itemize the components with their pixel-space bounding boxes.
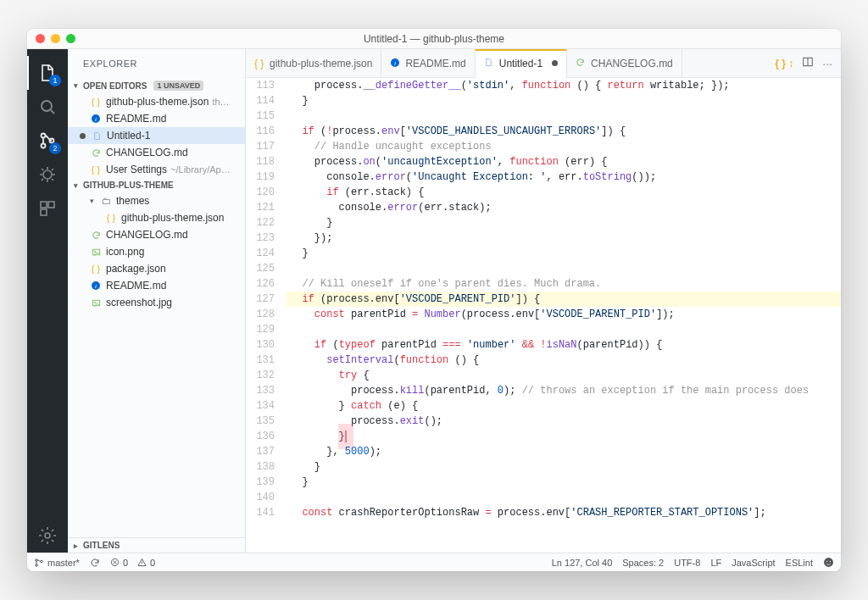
svg-point-16 [94, 302, 96, 303]
status-problems[interactable]: 0 0 [110, 558, 155, 568]
json-icon: { } [90, 263, 102, 275]
activity-scm-icon[interactable]: 2 [27, 124, 68, 158]
minimize-window-icon[interactable] [51, 34, 60, 43]
md-icon [90, 147, 102, 158]
activity-explorer-icon[interactable]: 1 [27, 56, 68, 90]
traffic-lights [36, 34, 75, 43]
open-editors-header[interactable]: ▾ OPEN EDITORS 1 UNSAVED [68, 78, 245, 93]
file-item[interactable]: CHANGELOG.md [68, 226, 245, 243]
sidebar: EXPLORER ▾ OPEN EDITORS 1 UNSAVED { }git… [68, 49, 246, 553]
activity-extensions-icon[interactable] [27, 192, 68, 225]
folder-icon: 🗀 [100, 195, 112, 207]
activity-debug-icon[interactable] [27, 158, 68, 192]
svg-point-1 [42, 134, 46, 138]
status-encoding[interactable]: UTF-8 [674, 558, 700, 568]
info-icon: i [90, 113, 102, 125]
code-content[interactable]: process.__defineGetter__('stdin', functi… [287, 78, 841, 553]
file-icon [484, 58, 495, 69]
file-item[interactable]: { }package.json [68, 260, 245, 277]
open-editor-item[interactable]: { }github-plus-theme.jsonth… [68, 93, 245, 110]
editor-tab[interactable]: { }github-plus-theme.json [246, 49, 381, 78]
project-header[interactable]: ▾ GITHUB-PLUS-THEME [68, 178, 245, 192]
folder-themes[interactable]: ▾ 🗀 themes [68, 192, 245, 209]
image-icon [90, 297, 102, 308]
file-item[interactable]: icon.png [68, 243, 245, 260]
gitlens-header[interactable]: ▸ GITLENS [68, 537, 245, 553]
svg-point-21 [36, 564, 38, 566]
md-icon [90, 229, 102, 241]
svg-text:i: i [95, 116, 97, 123]
md-icon [576, 58, 587, 69]
activity-bar: 1 2 [27, 49, 68, 553]
editor-tab[interactable]: CHANGELOG.md [567, 49, 682, 78]
json-icon: { } [105, 212, 117, 224]
open-editor-item[interactable]: Untitled-1 [68, 127, 245, 144]
file-icon [91, 130, 103, 142]
more-icon[interactable]: ··· [822, 57, 832, 70]
chevron-down-icon: ▾ [90, 197, 98, 205]
svg-point-22 [41, 560, 43, 563]
svg-text:i: i [95, 283, 97, 290]
svg-point-25 [826, 561, 827, 562]
open-editor-item[interactable]: { }User Settings~/Library/Ap… [68, 161, 245, 178]
editor-tab[interactable]: iREADME.md [381, 49, 475, 78]
status-indent[interactable]: Spaces: 2 [622, 558, 664, 568]
svg-point-2 [42, 144, 46, 148]
editor-tabs: { }github-plus-theme.jsoniREADME.mdUntit… [246, 49, 841, 78]
zoom-window-icon[interactable] [66, 34, 75, 43]
dirty-dot [552, 60, 558, 66]
svg-rect-5 [41, 202, 47, 208]
sidebar-title: EXPLORER [68, 49, 245, 78]
file-item[interactable]: { } github-plus-theme.json [68, 209, 245, 226]
svg-point-12 [94, 251, 96, 253]
dirty-dot [80, 133, 86, 139]
svg-rect-6 [48, 202, 54, 208]
file-item[interactable]: iREADME.md [68, 277, 245, 294]
tab-actions: { } ↕ ··· [766, 56, 841, 70]
activity-search-icon[interactable] [27, 90, 68, 124]
status-git-branch[interactable]: master* [34, 558, 80, 568]
scm-badge: 2 [49, 142, 61, 154]
file-item[interactable]: screenshot.jpg [68, 294, 245, 311]
json-icon: { } [90, 96, 102, 108]
svg-rect-7 [41, 209, 47, 215]
status-bar: master* 0 0 Ln 127, Col 40 Spaces: 2 UTF… [27, 553, 841, 571]
status-sync[interactable] [90, 558, 100, 568]
svg-point-26 [830, 561, 831, 562]
unsaved-badge: 1 UNSAVED [153, 81, 203, 91]
status-eslint[interactable]: ESLint [786, 558, 813, 568]
svg-point-8 [45, 533, 50, 538]
svg-point-20 [36, 558, 38, 561]
text-cursor [345, 431, 347, 442]
titlebar: Untitled-1 — github-plus-theme [27, 29, 841, 49]
code-editor[interactable]: 1131141151161171181191201211221231241251… [246, 78, 841, 553]
close-window-icon[interactable] [36, 34, 45, 43]
line-number-gutter: 1131141151161171181191201211221231241251… [246, 78, 287, 553]
image-icon [90, 246, 102, 258]
split-editor-icon[interactable] [802, 56, 814, 70]
chevron-down-icon: ▾ [70, 181, 81, 190]
editor-area: { }github-plus-theme.jsoniREADME.mdUntit… [246, 49, 841, 553]
status-language[interactable]: JavaScript [732, 558, 775, 568]
editor-tab[interactable]: Untitled-1 [476, 49, 567, 78]
compare-icon[interactable]: { } ↕ [775, 58, 793, 69]
open-editor-item[interactable]: iREADME.md [68, 110, 245, 127]
svg-point-0 [42, 101, 52, 111]
svg-text:i: i [394, 60, 396, 67]
svg-point-4 [43, 170, 52, 179]
status-eol[interactable]: LF [710, 558, 721, 568]
app-window: Untitled-1 — github-plus-theme 1 2 [27, 29, 841, 571]
info-icon: i [390, 58, 401, 69]
info-icon: i [90, 280, 102, 292]
explorer-badge: 1 [49, 75, 61, 86]
activity-settings-icon[interactable] [27, 519, 68, 553]
json-icon: { } [254, 58, 265, 69]
status-feedback-icon[interactable] [823, 557, 834, 568]
chevron-down-icon: ▾ [70, 81, 81, 90]
svg-point-24 [824, 558, 833, 567]
json-icon: { } [90, 164, 102, 175]
project-files-list: CHANGELOG.mdicon.png{ }package.jsoniREAD… [68, 226, 245, 311]
open-editor-item[interactable]: CHANGELOG.md [68, 144, 245, 161]
window-title: Untitled-1 — github-plus-theme [364, 33, 504, 45]
status-cursor-pos[interactable]: Ln 127, Col 40 [552, 558, 613, 568]
